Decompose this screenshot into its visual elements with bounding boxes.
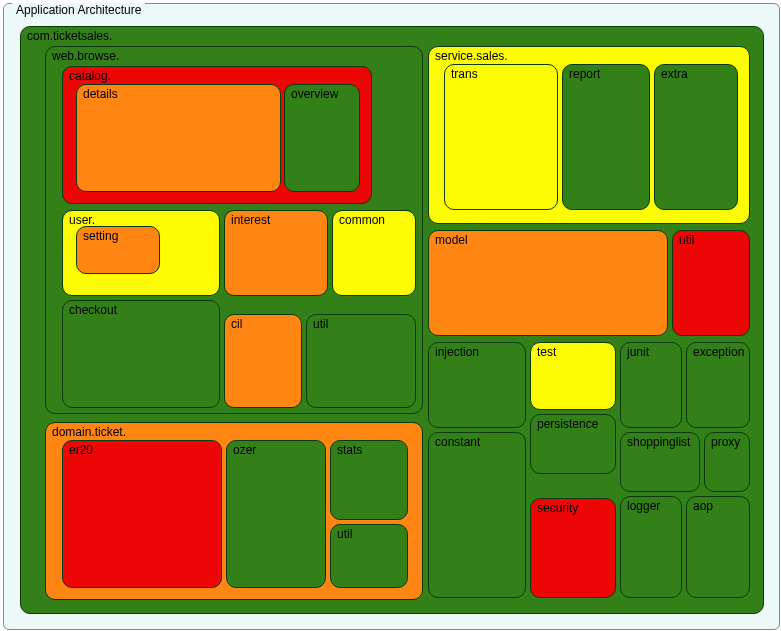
node-label: logger: [627, 499, 660, 513]
node-user-setting[interactable]: setting: [76, 226, 160, 274]
node-stats[interactable]: stats: [330, 440, 408, 520]
node-label: junit: [627, 345, 649, 359]
node-model[interactable]: model: [428, 230, 668, 336]
node-injection[interactable]: injection: [428, 342, 526, 428]
node-catalog-label: catalog.: [69, 69, 111, 83]
node-label: security: [537, 501, 578, 515]
node-label: exception: [693, 345, 744, 359]
node-label: cil: [231, 317, 242, 331]
node-shoppinglist[interactable]: shoppinglist: [620, 432, 700, 492]
node-service-sales-label: service.sales.: [435, 49, 508, 63]
node-extra[interactable]: extra: [654, 64, 738, 210]
node-proxy[interactable]: proxy: [704, 432, 750, 492]
frame-title: Application Architecture: [12, 3, 145, 17]
node-label: proxy: [711, 435, 740, 449]
node-label: trans: [451, 67, 478, 81]
node-catalog-details[interactable]: details: [76, 84, 281, 192]
node-label: report: [569, 67, 600, 81]
node-label: ozer: [233, 443, 256, 457]
node-label: persistence: [537, 417, 598, 431]
node-label: checkout: [69, 303, 117, 317]
node-constant[interactable]: constant: [428, 432, 526, 598]
node-label: shoppinglist: [627, 435, 690, 449]
node-label: test: [537, 345, 556, 359]
node-common[interactable]: common: [332, 210, 416, 296]
node-test[interactable]: test: [530, 342, 616, 410]
node-junit[interactable]: junit: [620, 342, 682, 428]
node-interest[interactable]: interest: [224, 210, 328, 296]
node-label: interest: [231, 213, 270, 227]
node-label: util: [313, 317, 328, 331]
node-label: setting: [83, 229, 118, 243]
node-report[interactable]: report: [562, 64, 650, 210]
node-label: extra: [661, 67, 688, 81]
node-label: model: [435, 233, 468, 247]
node-label: constant: [435, 435, 480, 449]
node-persistence[interactable]: persistence: [530, 414, 616, 474]
node-user-label: user.: [69, 213, 95, 227]
node-util-right[interactable]: util: [672, 230, 750, 336]
node-web-browse-label: web.browse.: [52, 49, 119, 63]
node-exception[interactable]: exception: [686, 342, 750, 428]
node-domain-ticket-label: domain.ticket.: [52, 425, 126, 439]
node-label: aop: [693, 499, 713, 513]
node-trans[interactable]: trans: [444, 64, 558, 210]
node-util-webbrowse[interactable]: util: [306, 314, 416, 408]
node-label: overview: [291, 87, 338, 101]
node-logger[interactable]: logger: [620, 496, 682, 598]
node-util-domain[interactable]: util: [330, 524, 408, 588]
node-label: er20: [69, 443, 93, 457]
node-er20[interactable]: er20: [62, 440, 222, 588]
node-label: util: [679, 233, 694, 247]
app-frame: Application Architecture com.ticketsales…: [3, 3, 780, 630]
treemap: com.ticketsales. web.browse. catalog. de…: [20, 26, 764, 614]
node-root-label: com.ticketsales.: [27, 29, 112, 43]
node-label: stats: [337, 443, 362, 457]
node-catalog-overview[interactable]: overview: [284, 84, 360, 192]
node-aop[interactable]: aop: [686, 496, 750, 598]
node-security[interactable]: security: [530, 498, 616, 598]
node-label: injection: [435, 345, 479, 359]
node-cil[interactable]: cil: [224, 314, 302, 408]
node-checkout[interactable]: checkout: [62, 300, 220, 408]
node-label: details: [83, 87, 118, 101]
node-label: util: [337, 527, 352, 541]
node-label: common: [339, 213, 385, 227]
node-ozer[interactable]: ozer: [226, 440, 326, 588]
